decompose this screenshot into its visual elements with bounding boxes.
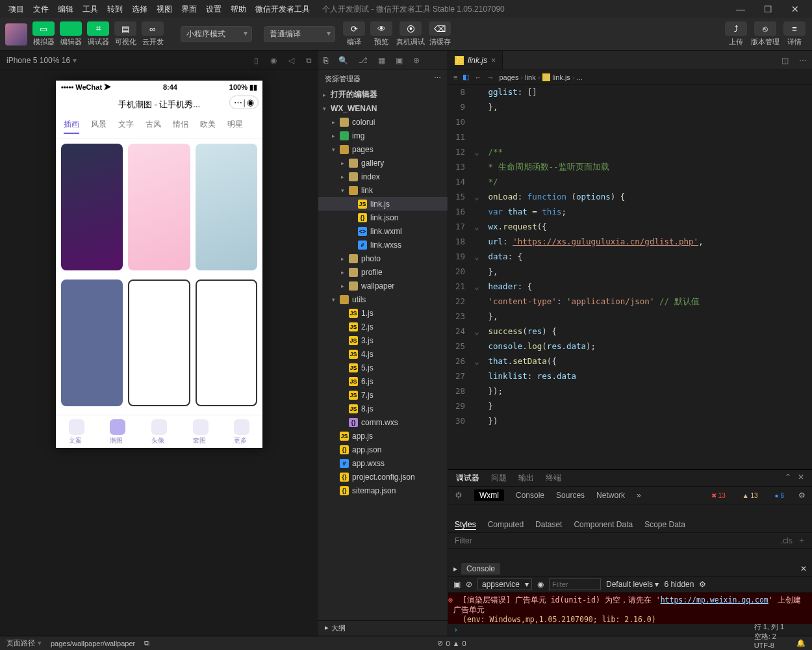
toolbar-button[interactable]: ⌫清缓存 <box>427 21 452 47</box>
console-close-icon[interactable]: ✕ <box>800 564 807 573</box>
menu-item[interactable]: 视图 <box>152 2 177 16</box>
capsule[interactable]: ⋯ | ◉ <box>229 96 259 109</box>
page-path[interactable]: pages/wallpaper/wallpaper <box>51 640 135 647</box>
styles-tab[interactable]: Dataset <box>535 520 562 530</box>
inspector-tab[interactable]: Wxml <box>474 489 504 501</box>
sim-tool-device-icon[interactable]: ▯ <box>254 56 259 65</box>
status-notify-icon[interactable]: 🔔 <box>796 639 806 647</box>
devtools-tab[interactable]: 终端 <box>546 473 561 484</box>
breadcrumb-item[interactable]: pages <box>499 73 518 81</box>
tree-row[interactable]: JS 7.js <box>318 388 448 402</box>
menu-item[interactable]: 转到 <box>103 2 127 16</box>
breadcrumb-item[interactable]: JSlink.js <box>542 73 570 81</box>
toolbar-button[interactable]: ⌗调试器 <box>86 21 110 47</box>
console-tab[interactable]: Console <box>461 563 500 575</box>
tree-row[interactable]: {} sitemap.json <box>318 484 448 497</box>
tab-close-icon[interactable]: × <box>491 56 496 65</box>
window-minimize[interactable]: — <box>728 4 754 14</box>
breadcrumb-item[interactable]: link <box>525 73 536 81</box>
tree-row[interactable]: {} project.config.json <box>318 470 448 484</box>
status-segment[interactable]: 空格: 2 <box>754 632 787 642</box>
tree-row[interactable]: ▸ gallery <box>318 156 448 170</box>
window-maximize[interactable]: ☐ <box>755 4 781 14</box>
inspector-tab[interactable]: Sources <box>556 491 585 500</box>
console-levels-select[interactable]: Default levels ▾ <box>606 580 659 589</box>
styles-filter[interactable]: Filter <box>455 536 776 545</box>
console-visibility-icon[interactable]: ◉ <box>537 580 544 589</box>
category-tab[interactable]: 明星 <box>227 119 243 134</box>
sim-tool-multi-icon[interactable]: ⧉ <box>306 56 312 65</box>
tree-row[interactable]: JS link.js <box>318 197 448 211</box>
tabbar-item[interactable]: 潮图 <box>110 419 125 445</box>
toolbar-button[interactable]: ⦿真机调试 <box>396 21 425 47</box>
category-tab[interactable]: 插画 <box>64 119 79 134</box>
category-tab[interactable]: 欧美 <box>200 119 216 134</box>
sim-tool-record-icon[interactable]: ◉ <box>270 56 277 65</box>
wallpaper-card[interactable] <box>128 280 190 406</box>
inspector-tab[interactable]: Console <box>516 491 544 500</box>
capsule-close-icon[interactable]: ◉ <box>247 98 254 107</box>
menu-item[interactable]: 工具 <box>78 2 103 16</box>
styles-tab[interactable]: Component Data <box>574 520 633 530</box>
tabbar-item[interactable]: 更多 <box>234 419 249 445</box>
toolbar-button[interactable]: ≡详情 <box>782 21 807 47</box>
explorer-branch-icon[interactable]: ⎇ <box>359 56 368 65</box>
toolbar-button[interactable]: ⎋版本管理 <box>751 21 780 47</box>
tree-row[interactable]: JS 2.js <box>318 320 448 333</box>
menu-item[interactable]: 界面 <box>177 2 201 16</box>
outline-section[interactable]: ▸大纲 <box>318 620 448 636</box>
console-context-select[interactable]: appservice▾ <box>477 578 532 590</box>
inspect-icon[interactable]: ⯐ <box>455 491 463 500</box>
copy-path-icon[interactable]: ⧉ <box>144 639 149 647</box>
device-select[interactable]: iPhone 5 100% 16 <box>6 56 70 65</box>
tree-row[interactable]: ▸ wallpaper <box>318 279 448 292</box>
menu-item[interactable]: 选择 <box>127 2 152 16</box>
explorer-ext-icon[interactable]: ⊕ <box>413 56 420 65</box>
explorer-grid-icon[interactable]: ▦ <box>378 56 385 65</box>
menu-item[interactable]: 文件 <box>29 2 53 16</box>
console-filter-input[interactable] <box>549 578 601 590</box>
styles-add-icon[interactable]: ＋ <box>798 535 806 546</box>
explorer-files-icon[interactable]: ⎘ <box>324 56 328 65</box>
tree-row[interactable]: ▸ index <box>318 170 448 183</box>
tree-row[interactable]: JS 1.js <box>318 306 448 320</box>
devtools-tab[interactable]: 输出 <box>518 473 534 484</box>
compile-type-select[interactable]: 普通编译 <box>264 26 335 42</box>
tree-section[interactable]: ▸打开的编辑器 <box>318 88 448 101</box>
devtools-close-icon[interactable]: ✕ <box>798 473 804 484</box>
explorer-more-icon[interactable]: ⋯ <box>434 74 441 84</box>
bread-bookmark-icon[interactable]: ◧ <box>463 73 469 81</box>
toolbar-button[interactable]: ⤴上传 <box>724 21 748 47</box>
menu-item[interactable]: 微信开发者工具 <box>251 2 314 16</box>
tree-row[interactable]: ▸ photo <box>318 252 448 265</box>
explorer-search-icon[interactable]: 🔍 <box>338 56 348 65</box>
inspector-more-icon[interactable]: » <box>637 491 641 500</box>
breadcrumb-item[interactable]: ... <box>577 73 583 81</box>
devtools-tab[interactable]: 调试器 <box>456 473 479 484</box>
menu-item[interactable]: 编辑 <box>53 2 78 16</box>
tree-row[interactable]: # link.wxss <box>318 238 448 252</box>
toolbar-button[interactable]: 👁预览 <box>369 21 394 47</box>
category-tab[interactable]: 情侣 <box>173 119 188 134</box>
devtools-tab[interactable]: 问题 <box>491 473 507 484</box>
inspector-tab[interactable]: Network <box>596 491 625 500</box>
tree-row[interactable]: {} link.json <box>318 211 448 224</box>
tree-row[interactable]: # app.wxss <box>318 456 448 470</box>
tree-row[interactable]: <> link.wxml <box>318 224 448 238</box>
tree-row[interactable]: ▾ utils <box>318 292 448 306</box>
tabbar-item[interactable]: 套图 <box>193 419 209 445</box>
styles-tab[interactable]: Styles <box>455 520 476 530</box>
wallpaper-card[interactable] <box>196 144 257 270</box>
toolbar-button[interactable]: ▤可视化 <box>113 21 138 47</box>
toolbar-button[interactable]: ▭模拟器 <box>31 21 56 47</box>
page-path-label[interactable]: 页面路径▾ <box>6 638 42 648</box>
sim-tool-back-icon[interactable]: ◁ <box>288 56 294 65</box>
explorer-book-icon[interactable]: ▣ <box>396 56 403 65</box>
compile-mode-select[interactable]: 小程序模式 <box>181 26 252 42</box>
tree-row[interactable]: ▾ pages <box>318 142 448 156</box>
problems-indicator[interactable]: ⊘ 0 ▲ 0 <box>437 639 466 647</box>
styles-tab[interactable]: Scope Data <box>644 520 685 530</box>
tabbar-item[interactable]: 文案 <box>69 419 84 445</box>
console-clear-icon[interactable]: ▣ <box>453 580 461 589</box>
toolbar-button[interactable]: ⟳编译 <box>342 21 366 47</box>
